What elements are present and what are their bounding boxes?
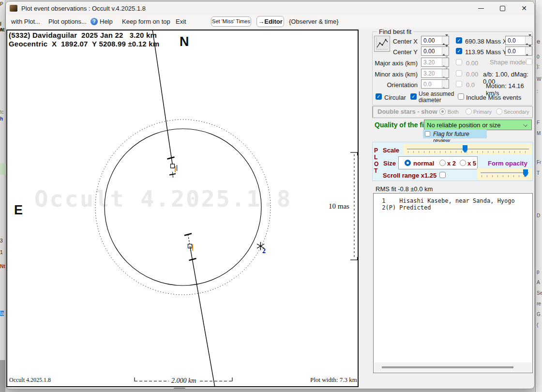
opacity-slider-ticks bbox=[482, 175, 528, 177]
fit-y-value: 113.95 bbox=[465, 48, 484, 56]
mass-y-spin-buttons[interactable] bbox=[525, 47, 532, 55]
size-normal-radio[interactable] bbox=[405, 160, 411, 166]
center-x-spin-buttons[interactable] bbox=[442, 36, 449, 45]
find-best-fit-title: Find best fit bbox=[377, 28, 413, 35]
chord-1-reappearance-nub bbox=[173, 172, 173, 178]
major-axis-label: Major axis (km) bbox=[373, 60, 418, 67]
app-icon bbox=[10, 5, 17, 12]
plot-letter-o: O bbox=[374, 161, 378, 167]
plot-letter-t: T bbox=[374, 167, 377, 174]
menu-plot-options[interactable]: Plot options... bbox=[48, 18, 87, 25]
fit-x-checkbox[interactable]: ✓ bbox=[456, 37, 462, 44]
editor-button[interactable]: →Editor bbox=[256, 16, 284, 27]
flag-review-row: Flag for future review bbox=[423, 130, 487, 138]
bg-fragment: ( bbox=[537, 322, 538, 328]
major-axis-spin-buttons bbox=[442, 58, 449, 66]
fit-major-value: 0.00 bbox=[466, 60, 478, 67]
occult-plot-window: Plot event observations : Occult v.4.202… bbox=[5, 1, 535, 389]
plot-area[interactable]: Occult 4.2025.1.8 bbox=[6, 30, 359, 387]
mass-x-value[interactable]: 0.0 bbox=[508, 37, 516, 44]
shape-model-label: Shape model bbox=[490, 59, 527, 66]
opacity-slider[interactable] bbox=[477, 168, 532, 180]
spin-down-icon bbox=[445, 67, 448, 76]
observer-listbox[interactable]: 1 Hisashi Kasebe, near Sanda, Hyogo 2(P)… bbox=[373, 193, 533, 373]
spin-down-icon[interactable] bbox=[445, 34, 448, 43]
plot-svg bbox=[6, 30, 359, 387]
use-assumed-checkbox[interactable]: ✓ bbox=[410, 93, 417, 100]
double-both-radio bbox=[439, 108, 446, 115]
uncertainty-circle bbox=[95, 120, 271, 295]
menu-with-plot[interactable]: with Plot... bbox=[11, 18, 40, 25]
major-axis-spinner: 3.20 bbox=[421, 58, 449, 67]
mass-y-value[interactable]: 0.0 bbox=[508, 48, 516, 55]
minimize-icon bbox=[478, 8, 484, 9]
observer-row-1[interactable]: 1 Hisashi Kasebe, near Sanda, Hyogo bbox=[378, 197, 515, 204]
bg-fragment: W bbox=[537, 76, 541, 82]
screen: P l a nt tc h 3 1 Nt la e 0 ): W : F M F… bbox=[0, 0, 542, 392]
center-x-spinner[interactable]: 0.00 bbox=[421, 36, 449, 45]
event-title-line1: (5332) Davidaguilar 2025 Jan 22 3.20 km bbox=[9, 31, 157, 39]
include-miss-checkbox[interactable] bbox=[458, 93, 464, 100]
observer-row-2[interactable]: 2(P) Predicted bbox=[378, 204, 431, 211]
circular-checkbox[interactable]: ✓ bbox=[376, 93, 382, 100]
scroll-range-checkbox[interactable] bbox=[439, 172, 446, 178]
minor-axis-spinner: 3.20 bbox=[421, 69, 449, 78]
spin-down-icon bbox=[445, 56, 448, 65]
mass-y-label: Mass Y bbox=[486, 48, 507, 56]
bg-fragment: D bbox=[537, 213, 540, 218]
fit-chart-button[interactable] bbox=[374, 36, 390, 52]
bg-fragment: F bbox=[537, 120, 540, 125]
use-assumed-label-2: diameter bbox=[419, 97, 441, 104]
flag-review-checkbox[interactable] bbox=[425, 131, 430, 136]
size-x2-radio[interactable] bbox=[439, 160, 446, 166]
quality-dropdown[interactable]: No reliable position or size bbox=[424, 120, 532, 130]
size-x5-radio[interactable] bbox=[460, 160, 466, 166]
size-x2-label: x 2 bbox=[447, 160, 456, 167]
close-button[interactable]: ✕ bbox=[513, 1, 535, 15]
circular-label: Circular bbox=[384, 94, 406, 101]
mass-y-spinner[interactable]: 0.0 bbox=[505, 46, 532, 56]
bg-green-block bbox=[0, 163, 5, 175]
bg-fragment: la bbox=[0, 311, 4, 316]
chord-1-marker[interactable] bbox=[171, 164, 175, 168]
set-miss-times-button[interactable]: Set 'Miss' Times bbox=[211, 16, 251, 27]
chord-1-line[interactable] bbox=[152, 30, 173, 168]
bg-fragment: p bbox=[537, 269, 540, 274]
menu-help[interactable]: Help bbox=[100, 18, 113, 25]
title-bar[interactable]: Plot event observations : Occult v.4.202… bbox=[6, 1, 534, 15]
listbox-hscroll-thumb[interactable] bbox=[382, 366, 513, 368]
star-2-label: 2 bbox=[262, 247, 266, 255]
double-secondary-label: Secondary bbox=[504, 109, 529, 115]
listbox-hscrollbar[interactable] bbox=[374, 362, 532, 372]
orientation-spin-buttons bbox=[442, 80, 449, 88]
center-y-spin-buttons[interactable] bbox=[442, 47, 449, 55]
plot-letter-p: P bbox=[374, 147, 378, 154]
observer-time-label: {Observer & time} bbox=[289, 18, 339, 25]
help-icon[interactable]: ? bbox=[90, 18, 98, 25]
maximize-button[interactable] bbox=[492, 1, 513, 15]
fit-y-checkbox[interactable]: ✓ bbox=[456, 48, 462, 54]
background-window-left: P l a nt tc h 3 1 Nt la bbox=[0, 0, 5, 392]
plot-scrollbar-thumb[interactable] bbox=[174, 388, 185, 389]
center-x-label: Center X bbox=[389, 38, 418, 45]
spin-down-icon[interactable] bbox=[528, 34, 531, 43]
chord-1-disappearance-tick[interactable] bbox=[167, 157, 175, 159]
fit-major-checkbox bbox=[456, 59, 462, 65]
major-axis-value: 3.20 bbox=[423, 59, 435, 66]
center-x-value[interactable]: 0.00 bbox=[423, 37, 435, 44]
mass-x-label: Mass X bbox=[486, 38, 507, 45]
mass-x-spinner[interactable]: 0.0 bbox=[505, 36, 532, 45]
scale-slider[interactable] bbox=[404, 144, 532, 155]
spin-down-icon[interactable] bbox=[528, 45, 531, 54]
scale-slider-groove bbox=[407, 149, 529, 150]
quality-label: Quality of the fit bbox=[375, 121, 426, 129]
bg-fragment: 1 bbox=[0, 250, 3, 255]
menu-keep-form-on-top[interactable]: Keep form on top bbox=[122, 18, 170, 25]
center-y-spinner[interactable]: 0.00 bbox=[421, 46, 449, 56]
minimize-button[interactable] bbox=[470, 1, 492, 15]
menu-exit[interactable]: Exit bbox=[176, 18, 186, 25]
chord-2-line[interactable] bbox=[190, 246, 215, 388]
mass-x-spin-buttons[interactable] bbox=[525, 36, 532, 45]
spin-down-icon[interactable] bbox=[445, 45, 448, 54]
center-y-value[interactable]: 0.00 bbox=[423, 48, 435, 55]
